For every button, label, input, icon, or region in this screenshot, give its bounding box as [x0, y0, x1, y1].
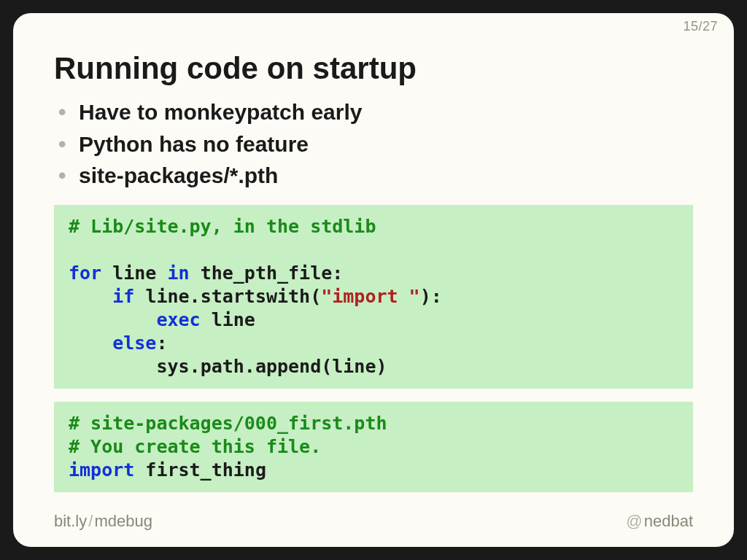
- code-text: sys.path.append(line): [156, 356, 387, 377]
- code-block-pth: # site-packages/000_first.pth # You crea…: [54, 402, 693, 492]
- code-indent: [69, 286, 112, 307]
- bullet-item: site-packages/*.pth: [54, 160, 693, 192]
- footer-handle-name: nedbat: [644, 512, 693, 530]
- slide: 15/27 Running code on startup Have to mo…: [13, 13, 734, 547]
- slide-footer: bit.ly/mdebug @nedbat: [54, 512, 693, 531]
- bullet-item: Have to monkeypatch early: [54, 96, 693, 128]
- code-text: ):: [420, 286, 442, 307]
- bullet-item: Python has no feature: [54, 128, 693, 160]
- bullet-list: Have to monkeypatch early Python has no …: [54, 96, 693, 192]
- footer-link-host: bit.ly: [54, 512, 87, 530]
- page-current: 15: [683, 19, 698, 34]
- page-total: 27: [703, 19, 718, 34]
- footer-link-sep: /: [87, 512, 94, 530]
- footer-link-path: mdebug: [94, 512, 152, 530]
- page-counter: 15/27: [683, 19, 718, 34]
- code-indent: [69, 356, 156, 377]
- code-text: :: [156, 332, 167, 354]
- code-keyword: exec: [156, 309, 200, 330]
- code-keyword: in: [167, 262, 189, 284]
- code-indent: [69, 332, 112, 354]
- footer-handle: @nedbat: [624, 512, 693, 531]
- code-text: line: [101, 262, 167, 284]
- code-comment: # site-packages/000_first.pth: [69, 413, 387, 434]
- code-text: first_thing: [134, 459, 266, 481]
- code-text: line: [201, 309, 255, 330]
- code-string: "import ": [321, 286, 419, 307]
- slide-title: Running code on startup: [54, 51, 693, 86]
- code-block-stdlib: # Lib/site.py, in the stdlib for line in…: [54, 205, 693, 389]
- code-text: the_pth_file:: [190, 262, 344, 284]
- code-indent: [69, 309, 156, 330]
- code-keyword: import: [69, 459, 134, 481]
- code-keyword: for: [69, 262, 101, 284]
- code-comment: # Lib/site.py, in the stdlib: [69, 216, 376, 237]
- code-comment: # You create this file.: [69, 436, 321, 457]
- at-sign: @: [624, 512, 643, 530]
- code-keyword: else: [112, 332, 156, 354]
- code-keyword: if: [112, 286, 134, 307]
- stage: 15/27 Running code on startup Have to mo…: [0, 0, 747, 560]
- footer-link: bit.ly/mdebug: [54, 512, 152, 531]
- code-text: line.startswith(: [134, 286, 321, 307]
